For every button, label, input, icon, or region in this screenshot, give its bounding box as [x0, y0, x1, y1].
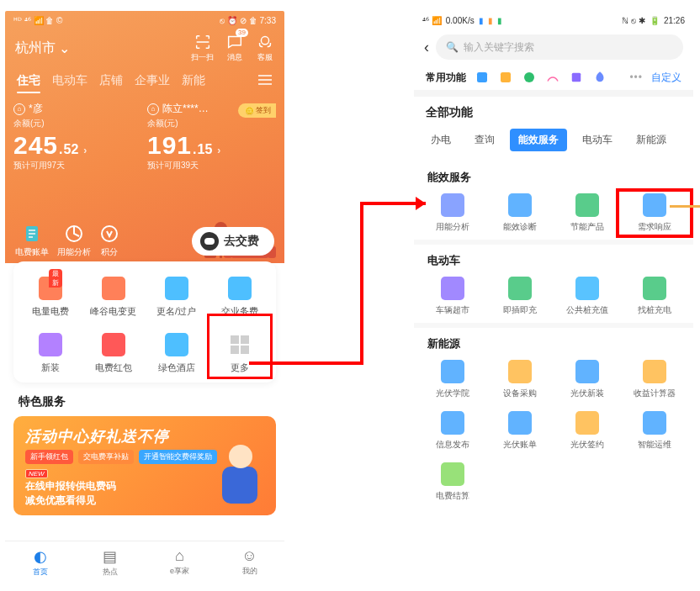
bot-icon — [200, 232, 219, 251]
category-tabs: 办电查询能效服务电动车新能源 — [414, 120, 693, 161]
service-更名/过户[interactable]: 更名/过户 — [145, 277, 208, 318]
person-illustration — [210, 440, 269, 512]
tab-hot[interactable]: ▤热点 — [75, 541, 145, 583]
fav-icon[interactable] — [569, 70, 584, 85]
tab-shop[interactable]: 店铺 — [99, 73, 123, 88]
phone-home: ᴴᴰ ⁴⁶ 📶 🗑 © ⎋ ⏰ ⊘ 🗑 7:33 杭州市 ⌄ 扫一扫 39 — [5, 11, 284, 583]
cat-tab-1[interactable]: 查询 — [466, 129, 503, 151]
tab-ev[interactable]: 电动车 — [52, 73, 88, 88]
fn-用能分析[interactable]: 用能分析 — [419, 193, 486, 233]
tab-me[interactable]: ☺我的 — [215, 541, 284, 583]
fn-光伏账单[interactable]: 光伏账单 — [486, 411, 554, 451]
service-峰谷电变更[interactable]: 峰谷电变更 — [82, 277, 145, 318]
fn-光伏新装[interactable]: 光伏新装 — [554, 360, 621, 399]
svg-rect-5 — [501, 72, 511, 82]
pay-button[interactable]: 去交费 — [192, 227, 274, 256]
cat-tab-3[interactable]: 电动车 — [574, 129, 621, 151]
tab-newenergy[interactable]: 新能 — [182, 73, 205, 88]
cat-tab-0[interactable]: 办电 — [422, 129, 459, 151]
home-icon: ⌂ — [147, 103, 159, 115]
fn-找桩充电[interactable]: 找桩充电 — [621, 277, 688, 316]
fn-电费结算[interactable]: 电费结算 — [419, 462, 486, 502]
fn-能效诊断[interactable]: 能效诊断 — [486, 193, 554, 233]
svg-rect-4 — [477, 72, 487, 82]
all-functions-title: 全部功能 — [414, 90, 693, 120]
fav-icon[interactable] — [592, 70, 607, 85]
status-signals: ᴴᴰ ⁴⁶ 📶 🗑 © — [13, 16, 62, 25]
location[interactable]: 杭州市 — [15, 40, 56, 57]
tab-ehome[interactable]: ⌂e享家 — [145, 541, 215, 583]
tab-residence[interactable]: 住宅 — [17, 73, 40, 88]
fn-光伏签约[interactable]: 光伏签约 — [554, 411, 621, 451]
search-icon: 🔍 — [446, 41, 459, 53]
fn-智能运维[interactable]: 智能运维 — [621, 411, 688, 451]
section-title: 新能源 — [414, 328, 693, 355]
customize-link[interactable]: 自定义 — [651, 71, 681, 85]
service-交业务费[interactable]: 交业务费 — [208, 277, 271, 318]
account-card-2[interactable]: 🪙签到 ⌂陈立****… 余额(元) 191.15› 预计可用39天 — [147, 102, 276, 171]
signin-button[interactable]: 🪙签到 — [238, 103, 276, 118]
services-card: 最新电量电费峰谷电变更更名/过户交业务费新装电费红包绿色酒店更多 — [13, 261, 276, 383]
fav-icon[interactable] — [522, 70, 537, 85]
search-input[interactable]: 🔍 输入关键字搜索 — [436, 34, 683, 60]
pointer-tick — [670, 205, 700, 208]
cat-tab-2[interactable]: 能效服务 — [510, 129, 567, 151]
chevron-right-icon: › — [217, 145, 220, 156]
fav-icon[interactable] — [475, 70, 490, 85]
chevron-down-icon[interactable]: ⌄ — [59, 40, 70, 56]
category-tabs: 住宅 电动车 店铺 企事业 新能 — [5, 63, 284, 88]
message-icon[interactable]: 39 消息 — [225, 33, 244, 63]
support-icon[interactable]: 客服 — [256, 33, 274, 63]
tab-enterprise[interactable]: 企事业 — [135, 73, 170, 88]
usage-button[interactable]: 用能分析 — [57, 224, 91, 258]
fn-收益计算器[interactable]: 收益计算器 — [621, 360, 688, 399]
status-bar: ⁴⁶ 📶 0.00K/s ▮▮▮ ℕ ⎋ ✱🔋21:26 — [414, 11, 693, 29]
phone-all-functions: ⁴⁶ 📶 0.00K/s ▮▮▮ ℕ ⎋ ✱🔋21:26 ‹ 🔍 输入关键字搜索… — [414, 11, 693, 583]
favorites-row: 常用功能 ••• 自定义 — [414, 65, 693, 90]
svg-point-0 — [261, 37, 268, 45]
scan-icon[interactable]: 扫一扫 — [191, 33, 214, 63]
fav-icon[interactable] — [498, 70, 513, 85]
status-bar: ᴴᴰ ⁴⁶ 📶 🗑 © ⎋ ⏰ ⊘ 🗑 7:33 — [5, 11, 284, 29]
fn-需求响应[interactable]: 需求响应 — [621, 193, 688, 233]
fn-即插即充[interactable]: 即插即充 — [486, 277, 554, 316]
special-title: 特色服务 — [5, 383, 284, 416]
service-更多[interactable]: 更多 — [208, 333, 271, 374]
section-title: 电动车 — [414, 245, 693, 272]
fn-光伏学院[interactable]: 光伏学院 — [419, 360, 486, 399]
status-right: ⎋ ⏰ ⊘ 🗑 7:33 — [220, 16, 276, 25]
highlight-demand-response — [616, 188, 693, 238]
points-button[interactable]: 积分 — [99, 224, 119, 258]
bottom-tabbar: ◐首页 ▤热点 ⌂e享家 ☺我的 — [5, 541, 284, 583]
dots-icon: ••• — [629, 71, 643, 83]
bill-button[interactable]: 电费账单 — [15, 224, 49, 258]
home-hero: ᴴᴰ ⁴⁶ 📶 🗑 © ⎋ ⏰ ⊘ 🗑 7:33 杭州市 ⌄ 扫一扫 39 — [5, 11, 284, 263]
home-icon: ⌂ — [13, 103, 25, 115]
account-card-1[interactable]: ⌂*彦 余额(元) 245.52› 预计可用97天 — [13, 102, 142, 171]
section-title: 能效服务 — [414, 161, 693, 188]
cat-tab-4[interactable]: 新能源 — [628, 129, 675, 151]
service-绿色酒店[interactable]: 绿色酒店 — [145, 333, 208, 374]
promo-banner[interactable]: 活动中心好礼送不停 新手领红包 交电费享补贴 开通智能交费得奖励 NEW 在线申… — [13, 416, 276, 515]
svg-point-6 — [524, 72, 534, 82]
service-电费红包[interactable]: 电费红包 — [82, 333, 145, 374]
fav-icon[interactable] — [545, 70, 560, 85]
svg-rect-7 — [572, 73, 581, 82]
service-电量电费[interactable]: 最新电量电费 — [19, 277, 82, 318]
chevron-right-icon: › — [83, 145, 87, 156]
fn-设备采购[interactable]: 设备采购 — [486, 360, 554, 399]
svg-point-3 — [102, 226, 117, 241]
menu-icon[interactable] — [257, 74, 273, 88]
fn-节能产品[interactable]: 节能产品 — [554, 193, 621, 233]
tab-home[interactable]: ◐首页 — [5, 541, 75, 583]
fn-车辆超市[interactable]: 车辆超市 — [419, 277, 486, 316]
service-新装[interactable]: 新装 — [19, 333, 82, 374]
fn-公共桩充值[interactable]: 公共桩充值 — [554, 277, 621, 316]
back-icon[interactable]: ‹ — [424, 39, 429, 56]
fn-信息发布[interactable]: 信息发布 — [419, 411, 486, 451]
